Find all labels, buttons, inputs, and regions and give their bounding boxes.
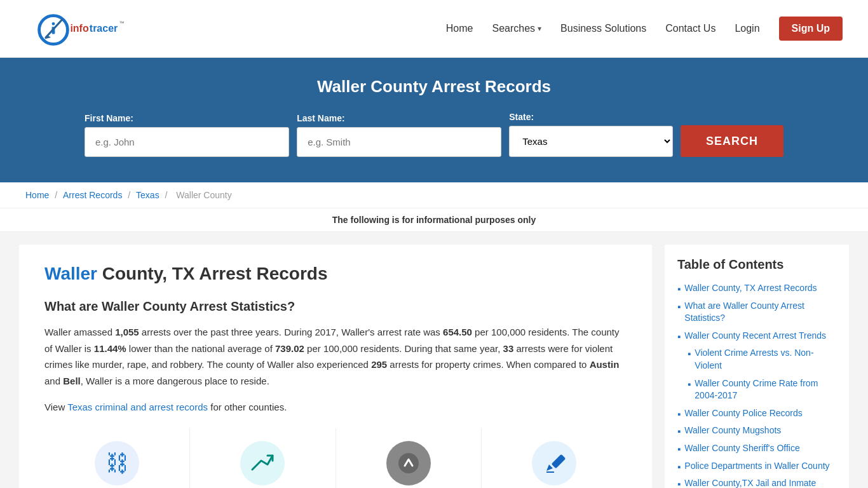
compare1: Austin: [590, 359, 620, 370]
svg-text:info: info: [70, 23, 89, 34]
toc-title: Table of Contents: [677, 257, 836, 272]
breadcrumb-arrest[interactable]: Arrest Records: [63, 190, 122, 200]
svg-rect-9: [552, 454, 566, 468]
state-group: State: Texas Alabama Alaska Arizona Arka…: [509, 112, 673, 157]
pen-svg: [541, 451, 567, 476]
stat-arrests: 1,055: [115, 327, 139, 337]
logo-area: info tracer ™: [25, 6, 127, 51]
breadcrumb-sep3: /: [165, 190, 170, 200]
toc-item: Violent Crime Arrests vs. Non-Violent: [677, 347, 836, 372]
nav-business[interactable]: Business Solutions: [560, 23, 646, 34]
last-name-input[interactable]: [297, 127, 501, 157]
toc-link[interactable]: Police Departments in Waller County: [684, 460, 829, 473]
stat-violent: 33: [503, 343, 514, 354]
toc-item: Waller County Crime Rate from 2004-2017: [677, 377, 836, 402]
main-content: Waller County, TX Arrest Records What ar…: [0, 232, 868, 488]
body-paragraph: Waller amassed 1,055 arrests over the pa…: [44, 324, 627, 389]
trend-icon: [240, 441, 285, 485]
logo-icon: info tracer ™: [25, 6, 127, 51]
stat-lower: 11.44%: [94, 343, 126, 354]
trend-arrow-svg: [250, 451, 275, 476]
breadcrumb: Home / Arrest Records / Texas / Waller C…: [0, 182, 868, 208]
toc-item: Waller County Recent Arrest Trends: [677, 330, 836, 342]
toc-item: Waller County Mugshots: [677, 424, 836, 437]
icon-item-trend: [190, 428, 336, 489]
section1-heading: What are Waller County Arrest Statistics…: [44, 299, 627, 314]
svg-text:tracer: tracer: [90, 23, 118, 34]
nav-searches[interactable]: Searches ▾: [492, 23, 541, 34]
info-banner: The following is for informational purpo…: [0, 208, 868, 232]
toc-item: Waller County Police Records: [677, 407, 836, 420]
stat-rate: 654.50: [443, 327, 472, 337]
toc-item: What are Waller County Arrest Statistics…: [677, 300, 836, 325]
breadcrumb-sep1: /: [55, 190, 60, 200]
first-name-group: First Name:: [85, 113, 289, 157]
hero-section: Waller County Arrest Records First Name:…: [0, 58, 868, 182]
login-button[interactable]: Login: [735, 23, 759, 34]
icon-item-scroll: [336, 428, 482, 489]
breadcrumb-state[interactable]: Texas: [136, 190, 159, 200]
first-name-input[interactable]: [85, 127, 289, 157]
state-select[interactable]: Texas Alabama Alaska Arizona Arkansas Ca…: [509, 126, 673, 157]
stat-national: 739.02: [275, 343, 304, 354]
toc-link[interactable]: Waller County Police Records: [684, 407, 802, 420]
top-navigation: info tracer ™ Home Searches ▾ Business S…: [0, 0, 868, 58]
svg-point-1: [52, 22, 55, 25]
svg-marker-10: [546, 464, 553, 471]
icon-item-handcuffs: ⛓: [44, 428, 190, 489]
hero-title: Waller County Arrest Records: [25, 77, 843, 97]
toc-item: Police Departments in Waller County: [677, 460, 836, 473]
toc-list: Waller County, TX Arrest RecordsWhat are…: [677, 282, 836, 488]
heading-rest: County, TX Arrest Records: [97, 264, 328, 283]
chevron-down-icon: ▾: [538, 24, 541, 33]
icons-row: ⛓: [44, 428, 627, 489]
page-heading: Waller County, TX Arrest Records: [44, 264, 627, 284]
breadcrumb-sep2: /: [128, 190, 133, 200]
search-form: First Name: Last Name: State: Texas Alab…: [85, 112, 783, 157]
toc-link[interactable]: Waller County,TX Jail and Inmate Records: [684, 477, 836, 488]
svg-text:™: ™: [119, 20, 124, 26]
last-name-label: Last Name:: [297, 113, 501, 123]
toc-item: Waller County, TX Arrest Records: [677, 282, 836, 295]
toc-link[interactable]: Waller County Crime Rate from 2004-2017: [695, 377, 836, 402]
toc-item: Waller County,TX Jail and Inmate Records: [677, 477, 836, 488]
handcuffs-icon: ⛓: [95, 441, 139, 485]
breadcrumb-county: Waller County: [176, 190, 231, 200]
toc-link[interactable]: Waller County Mugshots: [684, 424, 781, 437]
texas-records-link[interactable]: Texas criminal and arrest records: [67, 402, 208, 412]
scroll-icon: [386, 441, 431, 485]
signup-button[interactable]: Sign Up: [779, 17, 843, 41]
toc-link[interactable]: Violent Crime Arrests vs. Non-Violent: [695, 347, 836, 372]
heading-highlight: Waller: [44, 264, 97, 283]
nav-links: Home Searches ▾ Business Solutions Conta…: [446, 17, 843, 41]
compare2: Bell: [63, 376, 81, 386]
toc-link[interactable]: Waller County Recent Arrest Trends: [684, 330, 826, 342]
sidebar-toc: Table of Contents Waller County, TX Arre…: [665, 245, 849, 488]
breadcrumb-home[interactable]: Home: [25, 190, 49, 200]
search-button[interactable]: SEARCH: [681, 125, 783, 157]
toc-link[interactable]: Waller County Sheriff's Office: [684, 442, 799, 455]
svg-point-8: [398, 453, 419, 473]
icon-item-pen: [482, 428, 627, 489]
last-name-group: Last Name:: [297, 113, 501, 157]
state-label: State:: [509, 112, 673, 122]
first-name-label: First Name:: [85, 113, 289, 123]
stat-property: 295: [371, 359, 387, 370]
nav-contact[interactable]: Contact Us: [665, 23, 715, 34]
toc-link[interactable]: What are Waller County Arrest Statistics…: [684, 300, 836, 325]
view-records-text: View Texas criminal and arrest records f…: [44, 399, 627, 416]
nav-home[interactable]: Home: [446, 23, 473, 34]
toc-link[interactable]: Waller County, TX Arrest Records: [684, 282, 817, 295]
toc-item: Waller County Sheriff's Office: [677, 442, 836, 455]
pen-icon: [532, 441, 576, 485]
content-area: Waller County, TX Arrest Records What ar…: [19, 245, 652, 488]
